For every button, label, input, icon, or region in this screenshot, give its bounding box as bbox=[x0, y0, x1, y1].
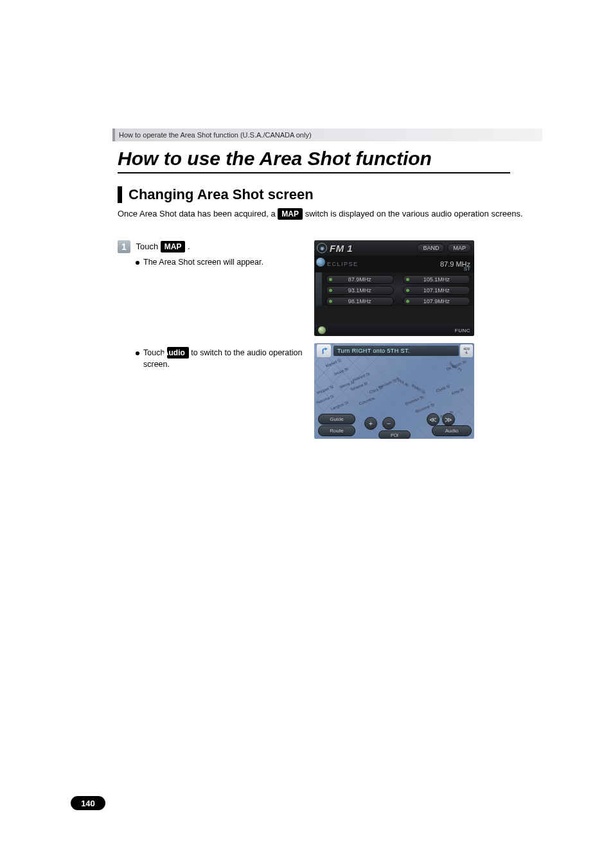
zoom-in-button[interactable]: + bbox=[364, 417, 377, 430]
intro-paragraph: Once Area Shot data has been acquired, a… bbox=[118, 208, 529, 220]
section-bar-icon bbox=[118, 186, 122, 203]
preset-6[interactable]: 107.9MHz bbox=[403, 297, 471, 306]
step-text: Touch MAP . bbox=[136, 242, 190, 251]
breadcrumb-text: How to operate the Area Shot function (U… bbox=[119, 131, 312, 139]
next-button[interactable]: ≫ bbox=[442, 413, 455, 426]
intro-post: switch is displayed on the various audio… bbox=[305, 209, 523, 218]
preset-2[interactable]: 105.1MHz bbox=[403, 275, 471, 284]
page-title: How to use the Area Shot function bbox=[118, 148, 510, 173]
section-title-text: Changing Area Shot screen bbox=[129, 186, 314, 203]
zoom-out-button[interactable]: − bbox=[382, 417, 395, 430]
page-number: 140 bbox=[71, 796, 105, 810]
map-badge-step: MAP bbox=[161, 241, 186, 252]
preset-area: 87.9MHz 105.1MHz 93.1MHz 107.1MHz 98.1MH… bbox=[314, 272, 474, 306]
turn-right-icon bbox=[317, 344, 331, 357]
prev-button[interactable]: ≪ bbox=[427, 413, 440, 426]
band-button[interactable]: BAND bbox=[417, 244, 445, 252]
poi-button[interactable]: POI bbox=[378, 430, 411, 439]
step-1: 1 Touch MAP . The Area Shot screen will … bbox=[118, 240, 310, 269]
preset-4[interactable]: 107.1MHz bbox=[403, 286, 471, 295]
breadcrumb: How to operate the Area Shot function (U… bbox=[112, 128, 542, 141]
route-button[interactable]: Route bbox=[318, 425, 355, 436]
bullet-icon bbox=[136, 261, 139, 265]
fm-bottom-bar: FUNC bbox=[314, 324, 474, 336]
fm-info-row: ECLIPSE 87.9 MHz ST bbox=[314, 256, 474, 272]
distance-unit: ft bbox=[465, 351, 467, 355]
side-tab-icon[interactable] bbox=[315, 272, 322, 306]
stereo-indicator: ST bbox=[464, 266, 470, 272]
radio-icon: ◉ bbox=[317, 243, 327, 253]
distance-badge: 400 ft bbox=[460, 344, 473, 357]
fm-title: FM 1 bbox=[330, 243, 414, 254]
second-instruction: Touch Audio to switch to the audio opera… bbox=[118, 343, 310, 370]
func-button[interactable]: FUNC bbox=[455, 328, 470, 333]
step-post: . bbox=[185, 242, 190, 251]
intro-pre: Once Area Shot data has been acquired, a bbox=[118, 209, 278, 218]
step-bullet-text: The Area Shot screen will appear. bbox=[143, 258, 263, 267]
fm-radio-screenshot: ◉ FM 1 BAND MAP ECLIPSE 87.9 MHz ST 87.9… bbox=[314, 240, 474, 336]
map-button[interactable]: MAP bbox=[447, 244, 472, 252]
preset-1[interactable]: 87.9MHz bbox=[326, 275, 394, 284]
step-pre: Touch bbox=[136, 242, 160, 251]
tune-up-icon[interactable] bbox=[316, 258, 325, 267]
tune-down-icon[interactable] bbox=[318, 326, 326, 334]
guidance-text: Turn RIGHT onto 5TH ST. bbox=[337, 348, 410, 354]
guide-button[interactable]: Guide bbox=[318, 414, 355, 425]
step-bullet: The Area Shot screen will appear. bbox=[136, 257, 310, 269]
audio-badge: Audio bbox=[167, 347, 189, 359]
preset-5[interactable]: 98.1MHz bbox=[326, 297, 394, 306]
bullet-icon bbox=[136, 351, 139, 355]
step-number-badge: 1 bbox=[118, 240, 130, 253]
map-screenshot: Turn RIGHT onto 5TH ST. 400 ft Market St… bbox=[314, 343, 474, 439]
guidance-bar: Turn RIGHT onto 5TH ST. bbox=[333, 346, 459, 356]
fm-top-bar: ◉ FM 1 BAND MAP bbox=[314, 240, 474, 256]
section-heading: Changing Area Shot screen bbox=[118, 186, 314, 203]
audio-button[interactable]: Audio bbox=[432, 425, 472, 436]
map-badge: MAP bbox=[278, 208, 303, 220]
station-name: ECLIPSE bbox=[327, 261, 440, 267]
preset-3[interactable]: 93.1MHz bbox=[326, 286, 394, 295]
